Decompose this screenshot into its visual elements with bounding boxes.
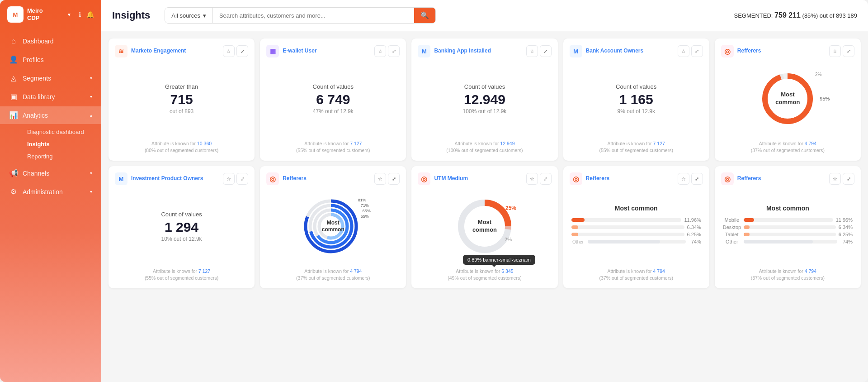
card-title-bank-account: Bank Account Owners bbox=[586, 48, 674, 55]
sidebar-item-analytics[interactable]: 📊 Analytics ▴ bbox=[0, 106, 101, 124]
footer-link[interactable]: 7 127 bbox=[653, 141, 665, 146]
card-actions: ☆ ⤢ bbox=[223, 45, 248, 57]
card-marketo: ≋ Marketo Engagement ☆ ⤢ Greater than 71… bbox=[108, 38, 255, 161]
star-button[interactable]: ☆ bbox=[526, 45, 538, 57]
star-button[interactable]: ☆ bbox=[223, 45, 235, 57]
card-title-refferers1: Refferers bbox=[737, 48, 826, 55]
bar-value: 11.96% bbox=[836, 217, 853, 223]
card-actions: ☆ ⤢ bbox=[829, 45, 854, 57]
donut-label-utm: Mostcommon bbox=[472, 219, 497, 234]
bar-track bbox=[744, 225, 836, 229]
metric-value: 12.949 bbox=[464, 92, 505, 107]
sidebar-item-diagnostic[interactable]: Diagnostic dashboard bbox=[22, 126, 101, 138]
expand-button[interactable]: ⤢ bbox=[843, 173, 854, 185]
star-button[interactable]: ☆ bbox=[678, 45, 689, 57]
star-button[interactable]: ☆ bbox=[829, 45, 841, 57]
donut-pct-inner: 2% bbox=[815, 72, 821, 77]
sidebar-item-data-library[interactable]: ▣ Data library ▾ bbox=[0, 88, 101, 105]
footer-link[interactable]: 7 127 bbox=[350, 141, 362, 146]
sidebar-item-channels[interactable]: 📢 Channels ▾ bbox=[0, 164, 101, 182]
utm-tooltip: 0.89% banner-small-seznam bbox=[463, 255, 535, 265]
card-refferers-3: ◎ Refferers ☆ ⤢ Most common 11.96% bbox=[563, 166, 709, 288]
card-actions: ☆ ⤢ bbox=[374, 45, 400, 57]
expand-button[interactable]: ⤢ bbox=[388, 173, 400, 185]
bar-track bbox=[571, 225, 684, 229]
card-icon-banking: M bbox=[418, 45, 430, 57]
card-footer: Attribute is known for 12 949 (100% out … bbox=[418, 140, 551, 155]
notification-icon[interactable]: 🔔 bbox=[86, 11, 94, 18]
bar-fill bbox=[744, 240, 813, 244]
segments-chevron: ▾ bbox=[90, 76, 92, 81]
expand-button[interactable]: ⤢ bbox=[843, 45, 854, 57]
segments-icon: ◬ bbox=[9, 74, 18, 82]
footer-link[interactable]: 4 794 bbox=[805, 268, 816, 274]
metric-sub: 10% out of 12.9k bbox=[161, 236, 202, 242]
footer-link[interactable]: 4 794 bbox=[350, 268, 362, 274]
card-icon-refferers1: ◎ bbox=[721, 45, 734, 57]
sidebar-item-administration[interactable]: ⚙ Administration ▾ bbox=[0, 183, 101, 201]
expand-button[interactable]: ⤢ bbox=[540, 173, 552, 185]
footer-link[interactable]: 4 794 bbox=[653, 268, 665, 274]
bar-fill bbox=[571, 225, 579, 229]
footer-link[interactable]: 4 794 bbox=[805, 141, 816, 146]
bar-value: 11.96% bbox=[684, 217, 701, 223]
expand-button[interactable]: ⤢ bbox=[691, 45, 703, 57]
sidebar-header: M MeiroCDP ▼ ℹ 🔔 bbox=[0, 0, 101, 29]
bar-chart-list: 11.96% 6.34% 6.25% bbox=[571, 215, 701, 248]
source-select[interactable]: All sources ▾ bbox=[165, 8, 213, 23]
card-refferers-4: ◎ Refferers ☆ ⤢ Most common Mobile 11.96… bbox=[715, 166, 861, 288]
star-button[interactable]: ☆ bbox=[678, 173, 689, 185]
bar-chart-list2: Mobile 11.96% Desktop 6.34% bbox=[723, 215, 853, 248]
star-button[interactable]: ☆ bbox=[374, 45, 386, 57]
expand-button[interactable]: ⤢ bbox=[691, 173, 703, 185]
card-header: ◎ Refferers ☆ ⤢ bbox=[570, 172, 703, 185]
main-content: Insights All sources ▾ 🔍 SEGMENTED: 759 … bbox=[101, 0, 868, 382]
search-button[interactable]: 🔍 bbox=[414, 8, 435, 23]
search-input[interactable] bbox=[213, 8, 414, 23]
brand-name: MeiroCDP bbox=[27, 7, 43, 21]
card-body: Greater than 715 out of 893 bbox=[115, 62, 248, 136]
expand-button[interactable]: ⤢ bbox=[236, 45, 248, 57]
metric-label: Count of values bbox=[161, 211, 202, 218]
metric-value: 1 165 bbox=[619, 92, 653, 107]
star-button[interactable]: ☆ bbox=[223, 173, 235, 185]
metric-sub: 100% out of 12.9k bbox=[463, 108, 507, 115]
sidebar: M MeiroCDP ▼ ℹ 🔔 ⌂ Dashboard 👤 Profiles … bbox=[0, 0, 101, 382]
card-header: ▦ E-wallet User ☆ ⤢ bbox=[266, 45, 400, 57]
sidebar-item-dashboard[interactable]: ⌂ Dashboard bbox=[0, 33, 101, 50]
card-actions: ☆ ⤢ bbox=[526, 45, 552, 57]
bar-fill bbox=[588, 240, 660, 244]
card-body: Mostcommon 25% 2% bbox=[418, 190, 551, 263]
card-refferers-2: ◎ Refferers ☆ ⤢ bbox=[260, 166, 406, 288]
card-title-ewallet: E-wallet User bbox=[283, 48, 371, 55]
expand-button[interactable]: ⤢ bbox=[540, 45, 552, 57]
donut-chart: Mostcommon 2% 95% bbox=[758, 69, 817, 128]
card-icon-marketo: ≋ bbox=[115, 45, 127, 57]
brand-chevron[interactable]: ▼ bbox=[67, 12, 71, 17]
star-button[interactable]: ☆ bbox=[526, 173, 538, 185]
sidebar-item-segments[interactable]: ◬ Segments ▾ bbox=[0, 69, 101, 87]
sidebar-nav: ⌂ Dashboard 👤 Profiles ◬ Segments ▾ ▣ Da… bbox=[0, 29, 101, 204]
star-button[interactable]: ☆ bbox=[374, 173, 386, 185]
expand-button[interactable]: ⤢ bbox=[236, 173, 248, 185]
footer-link[interactable]: 10 360 bbox=[197, 141, 212, 146]
footer-link[interactable]: 6 345 bbox=[501, 268, 513, 274]
bar-chart-label2: Most common bbox=[766, 205, 809, 212]
bar-fill bbox=[744, 233, 750, 236]
metric-label: Count of values bbox=[464, 83, 505, 90]
card-title-utm: UTM Medium bbox=[434, 175, 522, 182]
footer-link[interactable]: 7 127 bbox=[198, 268, 210, 274]
sidebar-item-reporting[interactable]: Reporting bbox=[22, 150, 101, 162]
utm-pct-secondary: 2% bbox=[505, 237, 512, 242]
bar-fill bbox=[571, 218, 585, 222]
sidebar-item-insights[interactable]: Insights bbox=[22, 138, 101, 150]
expand-button[interactable]: ⤢ bbox=[388, 45, 400, 57]
sidebar-item-profiles[interactable]: 👤 Profiles bbox=[0, 51, 101, 68]
footer-link[interactable]: 12 949 bbox=[500, 141, 514, 146]
bar-value: 6.25% bbox=[687, 232, 701, 237]
bar-track bbox=[571, 233, 684, 236]
star-button[interactable]: ☆ bbox=[829, 173, 841, 185]
card-body: Count of values 6 749 47% out of 12.9k bbox=[266, 62, 400, 136]
metric-sub: out of 893 bbox=[170, 108, 193, 115]
info-icon[interactable]: ℹ bbox=[79, 11, 81, 18]
